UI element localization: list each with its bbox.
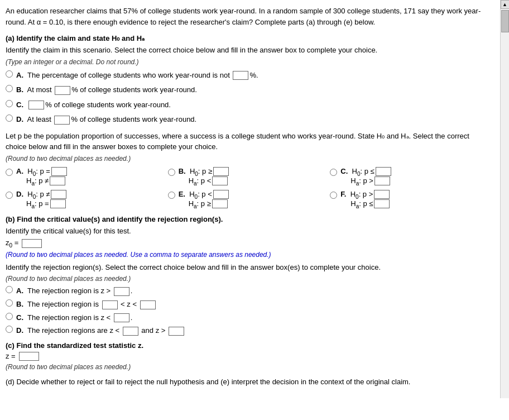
choice-c-input[interactable] bbox=[28, 101, 44, 109]
rejection-b-input1[interactable] bbox=[102, 300, 118, 309]
choice-a-option: A. The percentage of college students wh… bbox=[6, 69, 492, 81]
hyp-a-ha-input[interactable] bbox=[50, 176, 65, 185]
hyp-c-h0-row: C. H0: p ≤ bbox=[340, 167, 392, 177]
hyp-a-h0-input[interactable] bbox=[51, 167, 67, 176]
rejection-option-c: C. The rejection region is z < . bbox=[6, 313, 492, 323]
rejection-d-input1[interactable] bbox=[123, 327, 138, 336]
main-content: An education researcher claims that 57% … bbox=[0, 0, 500, 398]
hyp-f-h0-input[interactable] bbox=[374, 190, 390, 199]
hyp-a-block: A. H0: p = Ha: p ≠ bbox=[16, 167, 68, 187]
rejection-b-label: B. The rejection region is < z < bbox=[16, 300, 157, 309]
part-c-title: (c) Find the standardized test statistic… bbox=[6, 341, 492, 350]
part-a-title: (a) Identify the claim and state H₀ and … bbox=[6, 34, 492, 42]
rejection-a-input[interactable] bbox=[114, 287, 129, 296]
rejection-options: A. The rejection region is z > . B. The … bbox=[6, 286, 492, 335]
hyp-f-h0-row: F. H0: p > bbox=[340, 190, 391, 200]
choice-b-radio[interactable] bbox=[6, 85, 13, 92]
hyp-c-radio[interactable] bbox=[330, 169, 337, 176]
part-b-title: (b) Find the critical value(s) and ident… bbox=[6, 215, 492, 223]
z-label: z0 = bbox=[6, 238, 18, 249]
rejection-option-a: A. The rejection region is z > . bbox=[6, 286, 492, 296]
choice-d-input[interactable] bbox=[54, 116, 70, 125]
hyp-e-ha-input[interactable] bbox=[212, 199, 228, 208]
hyp-c-ha-label: Ha: p > bbox=[350, 176, 373, 187]
hyp-d-h0-input[interactable] bbox=[51, 190, 66, 199]
hyp-b-radio[interactable] bbox=[168, 169, 175, 176]
scrollbar-thumb[interactable] bbox=[501, 10, 509, 32]
hyp-f-radio[interactable] bbox=[330, 192, 337, 199]
choice-d-radio[interactable] bbox=[6, 114, 13, 122]
choice-b-label: B. At most % of college students work ye… bbox=[16, 84, 197, 96]
choice-b-input[interactable] bbox=[55, 86, 70, 95]
rejection-c-input[interactable] bbox=[114, 313, 129, 322]
hyp-c-ha-input[interactable] bbox=[374, 176, 390, 185]
hyp-e-ha-label: Ha: p ≥ bbox=[189, 199, 211, 209]
hyp-option-f: F. H0: p > Ha: p ≤ bbox=[330, 190, 492, 209]
hyp-a-h0-label: A. H0: p = bbox=[16, 167, 50, 177]
hyp-b-h0-row: B. H0: p ≥ bbox=[179, 167, 230, 177]
rejection-note: (Round to two decimal places as needed.) bbox=[6, 275, 492, 283]
hyp-section: Let p be the population proportion of su… bbox=[6, 131, 492, 209]
hyp-a-ha-row: Ha: p ≠ bbox=[26, 176, 68, 187]
hyp-e-ha-row: Ha: p ≥ bbox=[189, 199, 230, 209]
hyp-instruction: Let p be the population proportion of su… bbox=[6, 131, 492, 152]
hyp-d-h0-row: D. H0: p ≠ bbox=[16, 190, 68, 200]
part-b-section: (b) Find the critical value(s) and ident… bbox=[6, 215, 492, 336]
part-c-z-input[interactable] bbox=[19, 352, 39, 361]
hyp-d-ha-input[interactable] bbox=[50, 199, 66, 208]
hyp-c-ha-row: Ha: p > bbox=[350, 176, 392, 187]
choice-a-radio[interactable] bbox=[6, 70, 13, 78]
hyp-f-ha-row: Ha: p ≤ bbox=[350, 199, 391, 209]
z-note: (Round to two decimal places as needed. … bbox=[6, 251, 492, 259]
hyp-f-ha-input[interactable] bbox=[374, 199, 390, 208]
hyp-b-ha-label: Ha: p < bbox=[189, 176, 212, 187]
part-a-note: (Type an integer or a decimal. Do not ro… bbox=[6, 58, 492, 66]
hyp-f-block: F. H0: p > Ha: p ≤ bbox=[340, 190, 391, 209]
z-input-row: z0 = bbox=[6, 238, 492, 249]
rejection-c-radio[interactable] bbox=[6, 313, 13, 320]
choice-c-label: C. % of college students work year-round… bbox=[16, 99, 171, 111]
scroll-up-arrow[interactable]: ▲ bbox=[501, 0, 510, 9]
rejection-d-label: D. The rejection regions are z < and z > bbox=[16, 326, 185, 336]
hyp-d-block: D. H0: p ≠ Ha: p = bbox=[16, 190, 68, 209]
hyp-e-h0-row: E. H0: p < bbox=[179, 190, 230, 200]
hyp-c-block: C. H0: p ≤ Ha: p > bbox=[340, 167, 392, 187]
scrollbar[interactable]: ▲ bbox=[500, 0, 509, 398]
z-input[interactable] bbox=[22, 239, 42, 248]
hyp-b-ha-row: Ha: p < bbox=[189, 176, 230, 187]
hypothesis-grid: A. H0: p = Ha: p ≠ B. H0: p bbox=[6, 167, 492, 209]
problem-statement: An education researcher claims that 57% … bbox=[6, 6, 492, 27]
rejection-a-radio[interactable] bbox=[6, 286, 13, 293]
choice-c-radio[interactable] bbox=[6, 100, 13, 107]
hyp-e-h0-input[interactable] bbox=[213, 190, 229, 199]
hyp-d-ha-label: Ha: p = bbox=[26, 199, 49, 209]
hyp-a-h0-row: A. H0: p = bbox=[16, 167, 68, 177]
part-b-instruction: Identify the critical value(s) for this … bbox=[6, 226, 492, 237]
part-c-section: (c) Find the standardized test statistic… bbox=[6, 341, 492, 371]
hyp-a-radio[interactable] bbox=[6, 169, 13, 176]
page-container: An education researcher claims that 57% … bbox=[0, 0, 509, 398]
rejection-instruction: Identify the rejection region(s). Select… bbox=[6, 262, 492, 273]
hyp-option-a: A. H0: p = Ha: p ≠ bbox=[6, 167, 168, 187]
rejection-b-input2[interactable] bbox=[140, 300, 156, 309]
hyp-b-h0-input[interactable] bbox=[213, 167, 229, 176]
hyp-d-radio[interactable] bbox=[6, 192, 13, 199]
hyp-c-h0-label: C. H0: p ≤ bbox=[340, 167, 374, 177]
rejection-d-input2[interactable] bbox=[169, 327, 184, 336]
hyp-f-ha-label: Ha: p ≤ bbox=[350, 199, 373, 209]
rejection-b-radio[interactable] bbox=[6, 299, 13, 307]
hyp-c-h0-input[interactable] bbox=[376, 167, 391, 176]
hyp-f-h0-label: F. H0: p > bbox=[340, 190, 373, 200]
choice-c-option: C. % of college students work year-round… bbox=[6, 99, 492, 111]
choice-a-input[interactable] bbox=[233, 71, 248, 80]
hyp-d-ha-row: Ha: p = bbox=[26, 199, 68, 209]
hyp-b-ha-input[interactable] bbox=[212, 176, 228, 185]
rejection-a-label: A. The rejection region is z > . bbox=[16, 287, 132, 296]
part-d-section: (d) Decide whether to reject or fail to … bbox=[6, 376, 492, 388]
hyp-d-h0-label: D. H0: p ≠ bbox=[16, 190, 50, 200]
hyp-e-radio[interactable] bbox=[168, 192, 175, 199]
choice-b-option: B. At most % of college students work ye… bbox=[6, 84, 492, 96]
hyp-option-b: B. H0: p ≥ Ha: p < bbox=[168, 167, 330, 187]
rejection-d-radio[interactable] bbox=[6, 326, 13, 333]
hyp-option-d: D. H0: p ≠ Ha: p = bbox=[6, 190, 168, 209]
